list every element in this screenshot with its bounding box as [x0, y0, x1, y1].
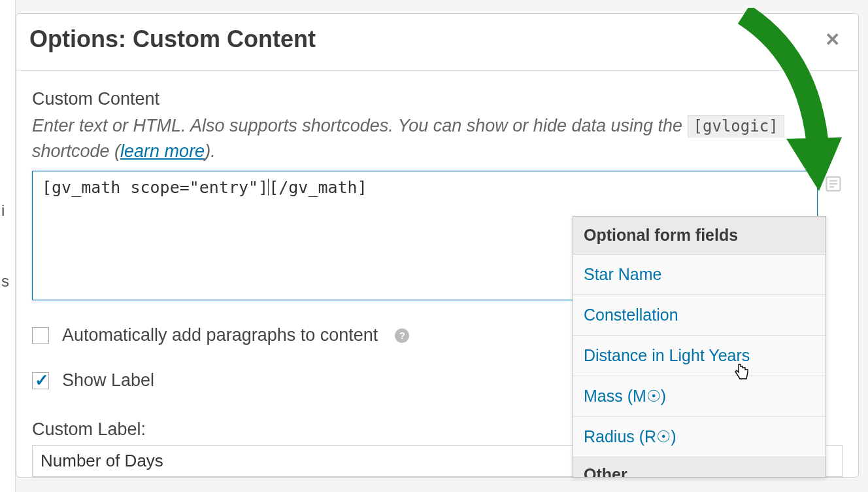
help-text-suffix1: shortcode ( [32, 141, 120, 161]
help-icon[interactable]: ? [395, 328, 409, 343]
modal-header: Options: Custom Content ✕ [16, 14, 858, 71]
text-caret [268, 179, 269, 196]
close-icon[interactable]: ✕ [825, 29, 840, 50]
dropdown-item-star-name[interactable]: Star Name [573, 255, 826, 295]
textarea-value-suffix: [/gv_math] [269, 178, 367, 197]
custom-content-help: Enter text or HTML. Also supports shortc… [32, 113, 843, 164]
help-text-suffix2: ). [205, 141, 216, 161]
dropdown-scroll[interactable]: Optional form fields Star Name Constella… [573, 217, 826, 477]
sidebar-fragment: i s [0, 0, 16, 492]
auto-paragraphs-checkbox[interactable] [32, 327, 49, 344]
show-label-text: Show Label [62, 370, 154, 391]
learn-more-link[interactable]: learn more [120, 141, 205, 161]
dropdown-subheader: Other [573, 457, 826, 477]
help-text-prefix: Enter text or HTML. Also supports shortc… [32, 116, 688, 135]
textarea-value-prefix: [gv_math scope="entry"] [42, 178, 268, 197]
bg-text: i [1, 202, 5, 220]
show-label-checkbox[interactable] [32, 372, 49, 389]
bg-text: s [1, 272, 9, 290]
custom-content-label: Custom Content [32, 89, 843, 109]
dropdown-item-distance[interactable]: Distance in Light Years [573, 336, 826, 376]
merge-tag-dropdown: Optional form fields Star Name Constella… [573, 216, 826, 478]
merge-tag-icon[interactable] [824, 175, 843, 193]
dropdown-item-constellation[interactable]: Constellation [573, 295, 826, 336]
shortcode-chip: [gvlogic] [688, 115, 784, 137]
dropdown-item-radius[interactable]: Radius (R☉) [573, 417, 826, 457]
dropdown-item-mass[interactable]: Mass (M☉) [573, 376, 826, 417]
auto-paragraphs-label: Automatically add paragraphs to content [62, 325, 378, 345]
modal-title: Options: Custom Content [29, 26, 316, 53]
dropdown-header: Optional form fields [573, 217, 826, 255]
